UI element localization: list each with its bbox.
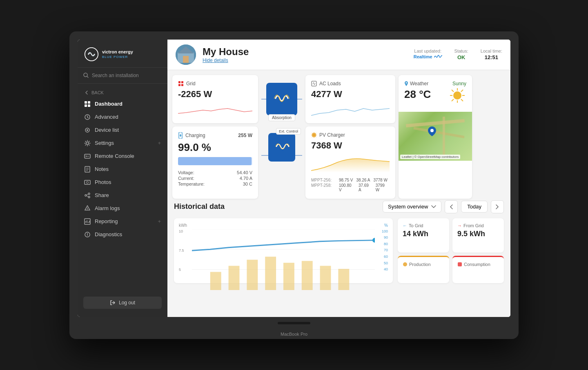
pv-title: PV Charger [319,132,345,138]
top-header: My House Hide details Last updated: Real… [167,40,510,70]
svg-point-18 [88,193,90,195]
system-overview-dropdown[interactable]: System overview [383,201,441,213]
to-grid-label: To Grid [409,223,423,228]
charging-title: Charging [185,133,205,138]
weather-temp: 28 °C [404,88,431,101]
ac-loads-title: AC Loads [319,81,341,86]
svg-rect-37 [181,81,183,83]
sidebar-item-settings[interactable]: Settings + [78,137,167,150]
alarm-logs-icon [84,205,91,212]
chevron-left-icon [450,204,453,209]
chart-area: kWh % 10 7.5 5 [174,218,393,283]
y-axis-labels: 10 7.5 5 [179,229,191,272]
search-wrapper[interactable]: Search an installation [78,68,167,84]
logout-button[interactable]: Log out [83,297,162,309]
prev-button[interactable] [445,200,458,213]
reporting-icon [84,218,91,225]
chevron-right-icon [496,204,499,209]
production-icon [403,262,408,267]
chart-inner: 10 7.5 5 [179,229,388,278]
grid-value: -2265 W [178,89,252,100]
settings-plus[interactable]: + [158,140,161,146]
status-label: Status: [454,49,468,53]
share-label: Share [95,192,109,198]
house-title: My House [203,46,407,58]
svg-rect-16 [85,180,90,184]
map-background: Leaflet | © OpenStreetMap contributors [399,112,472,161]
inverter2-swirl-icon [272,136,292,157]
sidebar-item-notes[interactable]: Notes [78,163,167,176]
remote-console-label: Remote Console [95,153,134,159]
hide-details-link[interactable]: Hide details [203,58,407,63]
sidebar-item-reporting[interactable]: Reporting + [78,215,167,228]
svg-line-48 [452,90,454,92]
sidebar-item-device-list[interactable]: Device list [78,124,167,137]
pv-icon [311,132,317,138]
y-10: 10 [179,229,191,233]
last-updated-label: Last updated: [414,49,442,53]
svg-rect-62 [210,272,221,290]
sidebar-item-diagnostics[interactable]: Diagnostics [78,228,167,241]
svg-rect-65 [265,257,276,290]
mppt-table: MPPT-256: 98.75 V 38.26 A 3778 W MPPT-25… [311,178,390,192]
svg-point-31 [87,235,88,236]
device-list-icon [84,127,91,133]
svg-rect-38 [178,84,180,86]
inverter-box: Absorption [266,83,297,115]
victron-logo-icon [84,47,99,62]
realtime-value: Realtime [414,54,442,59]
next-button[interactable] [491,200,504,213]
local-time-label: Local time: [481,49,502,53]
svg-point-57 [312,133,316,137]
sidebar-item-dashboard[interactable]: Dashboard [78,97,167,111]
sidebar-item-remote-console[interactable]: Remote Console [78,150,167,163]
svg-rect-4 [88,101,90,104]
temperature-label: Temperature: [178,182,205,186]
ac-loads-value: 4277 W [311,89,390,100]
location-icon [404,81,408,86]
sidebar-item-photos[interactable]: Photos [78,176,167,189]
svg-point-9 [87,129,88,131]
grid-icon [178,81,184,86]
svg-line-21 [87,194,88,195]
map-road-3 [443,117,445,156]
map-road-2 [413,127,464,138]
weather-card: Weather 28 °C Sunny [399,75,472,199]
local-time-meta: Local time: 12:51 [481,49,502,60]
weather-location-label: Weather [410,81,428,86]
charging-card: Charging 255 W 99.0 % Voltage: 54.40 V [172,126,258,199]
y2-60: 60 [384,255,388,259]
y2-40: 40 [384,267,388,271]
sidebar: victron energy blue power Search an inst… [78,40,167,317]
svg-line-22 [87,196,88,197]
svg-rect-36 [178,81,180,83]
hist-controls: System overview Today [383,200,504,213]
mppt256-v: 98.75 V [339,178,353,182]
laptop-notch [278,322,310,324]
mppt256-a: 38.26 A [356,178,370,182]
device-list-label: Device list [95,127,119,133]
sidebar-item-alarm-logs[interactable]: Alarm logs [78,202,167,215]
diagnostics-icon [84,231,91,238]
inverter-center: Absorption [261,75,302,123]
sidebar-item-share[interactable]: Share [78,189,167,202]
share-icon [84,192,91,199]
svg-rect-66 [283,263,294,290]
back-button[interactable]: BACK [78,88,167,97]
y2-90: 90 [384,235,388,239]
advanced-label: Advanced [95,114,118,120]
notes-icon [84,166,91,173]
hist-title: Historical data [174,202,225,211]
svg-rect-64 [247,259,258,290]
mppt256-label: MPPT-256: [311,178,336,182]
today-button[interactable]: Today [461,201,488,213]
svg-rect-39 [181,84,183,86]
sidebar-item-advanced[interactable]: Advanced [78,111,167,124]
from-grid-card: → From Grid 9.5 kWh [452,218,504,253]
dashboard-icon [84,101,91,107]
pv-charger-card: PV Charger 7368 W [305,126,395,199]
inverter-swirl-icon [270,86,294,111]
search-icon [83,73,89,78]
voltage-label: Voltage: [178,170,194,175]
reporting-plus[interactable]: + [158,218,161,224]
